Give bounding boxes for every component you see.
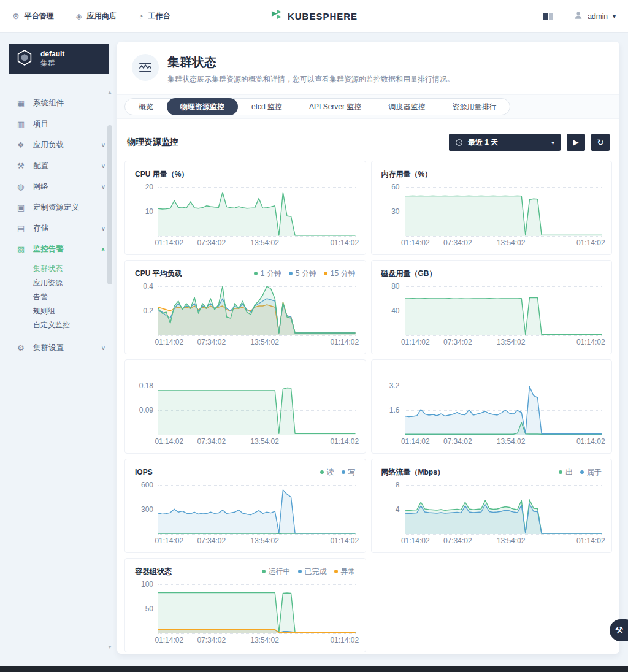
chart-title: CPU 用量（%） xyxy=(135,169,188,180)
y-tick-label: 1.6 xyxy=(389,406,400,414)
y-tick-label: 0.18 xyxy=(139,381,153,390)
scroll-thumb[interactable] xyxy=(107,125,112,284)
topbar-nav-platform-management[interactable]: ⚙平台管理 xyxy=(12,11,54,21)
sidebar-item-label: 系统组件 xyxy=(33,98,64,109)
sidebar-item-cluster-settings[interactable]: ⚙集群设置∨ xyxy=(0,337,117,358)
sidebar-item-label: 监控告警 xyxy=(33,244,64,254)
topbar-nav-workbench[interactable]: ◔工作台 xyxy=(139,11,170,21)
legend-item: 1 分钟 xyxy=(254,269,281,279)
chart-title: 容器组状态 xyxy=(135,567,172,577)
chart-cpu-load-average: CPU 平均负载1 分钟5 分钟15 分钟0.20.401:14:0207:34… xyxy=(124,260,366,354)
cluster-status-icon xyxy=(132,54,159,81)
sidebar-item-label: 集群设置 xyxy=(33,343,64,353)
chart-header: 网络流量（Mbps）出属于 xyxy=(381,465,602,479)
x-tick-label: 01:14:02 xyxy=(576,536,605,545)
y-tick-label: 0.4 xyxy=(143,282,153,291)
chart-plot xyxy=(405,280,602,335)
y-axis: 300600 xyxy=(135,479,158,534)
legend-label: 异常 xyxy=(341,567,356,577)
sidebar-item-projects[interactable]: ▥项目 xyxy=(0,113,117,134)
scroll-up-icon[interactable]: ▲ xyxy=(107,90,113,95)
chart-title: 磁盘用量（GB） xyxy=(381,269,437,279)
sidebar-item-app-workloads[interactable]: ❖应用负载∨ xyxy=(0,134,117,155)
legend-item: 读 xyxy=(320,467,334,478)
app-workloads-icon: ❖ xyxy=(17,140,33,150)
autorefresh-play-button[interactable]: ▶ xyxy=(567,134,585,151)
x-tick-label: 01:14:02 xyxy=(330,536,359,545)
chart-header: 容器组状态运行中已完成异常 xyxy=(135,565,356,578)
chart-header xyxy=(135,366,356,380)
sidebar-item-crds[interactable]: ▣定制资源定义 xyxy=(0,197,117,218)
x-tick-label: 13:54:02 xyxy=(497,338,526,346)
chart-header: 磁盘用量（GB） xyxy=(381,267,602,280)
chart-legend: 1 分钟5 分钟15 分钟 xyxy=(254,269,356,279)
sidebar-item-application-resources[interactable]: 应用资源 xyxy=(0,276,117,290)
chart-plot xyxy=(158,479,356,534)
sidebar-menu: ▦系统组件▥项目❖应用负载∨⚒配置∨◍网络∨▣定制资源定义▤存储∨▧监控告警∧集… xyxy=(0,93,117,358)
y-tick-label: 20 xyxy=(145,183,153,191)
main-panel: 集群状态 集群状态展示集群资源的概览和详情，您可以查看集群资源的监控数据和用量排… xyxy=(117,42,619,654)
x-tick-label: 01:14:02 xyxy=(401,437,430,446)
chart-legend: 读写 xyxy=(320,467,356,478)
y-tick-label: 10 xyxy=(145,207,153,216)
y-tick-label: 80 xyxy=(391,282,399,291)
chart-disk-usage: 磁盘用量（GB）408001:14:0207:34:0213:54:0201:1… xyxy=(371,260,613,354)
sidebar-item-alerts[interactable]: 告警 xyxy=(0,290,117,304)
legend-label: 15 分钟 xyxy=(331,269,356,279)
user-menu[interactable]: admin ▾ xyxy=(574,11,616,21)
sidebar-item-rule-groups[interactable]: 规则组 xyxy=(0,304,117,318)
sidebar-item-storage[interactable]: ▤存储∨ xyxy=(0,218,117,239)
sidebar-item-monitoring-alerting[interactable]: ▧监控告警∧ xyxy=(0,239,117,259)
chart-plot xyxy=(158,578,356,633)
cluster-selector[interactable]: default 集群 xyxy=(9,44,109,74)
topbar-nav-label: 应用商店 xyxy=(87,11,117,21)
tab-physical-resources[interactable]: 物理资源监控 xyxy=(167,98,238,115)
sidebar-item-label: 网络 xyxy=(33,181,48,192)
legend-item: 15 分钟 xyxy=(324,269,356,279)
refresh-button[interactable]: ↻ xyxy=(591,134,610,151)
x-tick-label: 01:14:02 xyxy=(576,239,605,247)
tab-overview[interactable]: 概览 xyxy=(125,98,167,115)
chart-cpu-usage: CPU 用量（%）102001:14:0207:34:0213:54:0201:… xyxy=(124,161,366,255)
logo[interactable]: KUBESPHERE xyxy=(270,9,358,24)
tab-api-server[interactable]: API Server 监控 xyxy=(296,98,375,115)
chart-body: 48 xyxy=(381,479,602,534)
chart-legend: 出属于 xyxy=(559,467,602,478)
sidebar-item-cluster-status[interactable]: 集群状态 xyxy=(0,262,117,276)
chevron-down-icon: ∨ xyxy=(101,183,105,190)
x-tick-label: 01:14:02 xyxy=(576,338,605,346)
tab-scheduler[interactable]: 调度器监控 xyxy=(375,98,438,115)
x-tick-label: 07:34:02 xyxy=(197,338,226,346)
topbar-nav-app-store[interactable]: ◈应用商店 xyxy=(76,11,117,21)
sidebar-item-system-components[interactable]: ▦系统组件 xyxy=(0,93,117,113)
time-range-select[interactable]: 最近 1 天 ▾ xyxy=(449,134,561,151)
layout-switch-icon[interactable] xyxy=(543,13,553,20)
toolbox-button[interactable]: ⚒ xyxy=(610,619,628,641)
chart-body: 50100 xyxy=(135,578,356,633)
y-axis: 50100 xyxy=(135,578,158,633)
scroll-down-icon[interactable]: ▼ xyxy=(107,644,113,650)
network-icon: ◍ xyxy=(17,182,33,191)
x-tick-label: 13:54:02 xyxy=(497,239,526,247)
chart-legend: 运行中已完成异常 xyxy=(262,567,356,577)
chart-plot xyxy=(405,181,602,236)
legend-label: 出 xyxy=(565,467,573,478)
user-name: admin xyxy=(588,12,608,21)
chart-body: 1.63.2 xyxy=(381,380,602,435)
chart-plot xyxy=(158,181,356,236)
sidebar-item-network[interactable]: ◍网络∨ xyxy=(0,176,117,197)
legend-dot-icon xyxy=(334,570,338,573)
x-tick-label: 01:14:02 xyxy=(401,536,430,545)
tab-etcd[interactable]: etcd 监控 xyxy=(238,98,296,115)
chart-network-traffic: 网络流量（Mbps）出属于4801:14:0207:34:0213:54:020… xyxy=(371,459,613,553)
workbench-icon: ◔ xyxy=(139,12,144,21)
chart-body: 3060 xyxy=(381,181,602,236)
legend-dot-icon xyxy=(298,570,302,573)
y-axis: 1020 xyxy=(135,181,158,236)
legend-item: 出 xyxy=(559,467,573,478)
sidebar-item-label: 定制资源定义 xyxy=(33,202,79,213)
sidebar-item-configuration[interactable]: ⚒配置∨ xyxy=(0,155,117,176)
sidebar-item-custom-monitoring[interactable]: 自定义监控 xyxy=(0,318,117,332)
chart-iops: IOPS读写30060001:14:0207:34:0213:54:0201:1… xyxy=(124,459,366,553)
tab-resource-usage-ranking[interactable]: 资源用量排行 xyxy=(438,98,510,115)
